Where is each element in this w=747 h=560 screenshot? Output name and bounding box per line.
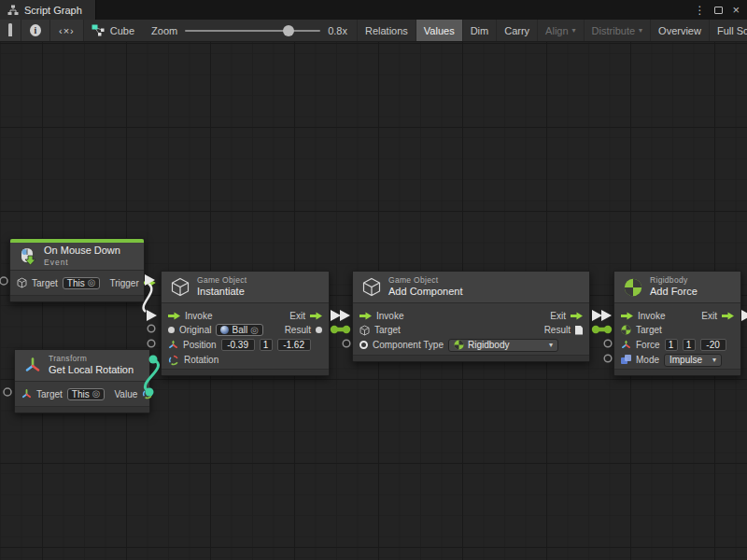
mouse-icon	[20, 247, 36, 265]
cube-icon	[171, 277, 190, 297]
component-type-dropdown[interactable]: Rigidbody ▾	[448, 339, 558, 352]
sphere-icon	[220, 326, 229, 334]
node-category: Transform	[49, 354, 134, 364]
original-object-chip[interactable]: Ball ◎	[216, 324, 262, 336]
force-y-field[interactable]: 1	[683, 339, 696, 351]
rigidbody-icon[interactable]	[621, 325, 631, 335]
lock-icon	[8, 25, 12, 36]
lock-button[interactable]	[0, 20, 21, 41]
script-graph-window: Script Graph ⋮ × i ‹×› Cube Zoom 0.8x	[0, 0, 747, 560]
carry-button[interactable]: Carry	[496, 20, 537, 41]
node-title: On Mouse Down	[44, 245, 120, 258]
overview-button[interactable]: Overview	[650, 20, 709, 41]
object-picker-icon[interactable]: ◎	[88, 278, 96, 287]
rigidbody-icon	[454, 340, 464, 350]
exit-port-icon[interactable]	[571, 312, 583, 320]
port-label-value: Value	[114, 389, 137, 399]
node-add-component[interactable]: Game Object Add Component Invoke Exit Ta…	[352, 271, 590, 362]
chevron-down-icon: ▾	[712, 356, 716, 364]
rigidbody-icon	[624, 278, 642, 297]
exit-port-icon[interactable]	[722, 312, 734, 320]
node-get-local-rotation[interactable]: Transform Get Local Rotation Target This…	[14, 349, 150, 413]
value-connections-toggle[interactable]: ‹×›	[50, 20, 84, 41]
node-title: Add Component	[388, 286, 463, 299]
object-picker-icon[interactable]: ◎	[250, 326, 259, 335]
game-object-icon[interactable]	[359, 325, 370, 336]
rotation-icon[interactable]	[168, 355, 179, 366]
node-title: Get Local Rotation	[49, 364, 134, 377]
rotation-icon[interactable]	[142, 388, 153, 399]
full-screen-button[interactable]: Full Screen	[709, 20, 747, 41]
mode-icon[interactable]	[621, 355, 631, 365]
chevron-down-icon: ▾	[549, 341, 553, 349]
node-title: Add Force	[650, 286, 698, 299]
position-z-field[interactable]: -1.62	[277, 339, 311, 351]
ring-icon[interactable]	[359, 341, 368, 349]
force-x-field[interactable]: 1	[665, 339, 678, 351]
port-label-result: Result	[544, 325, 571, 335]
invoke-port-icon[interactable]	[621, 312, 633, 320]
invoke-port-icon[interactable]	[359, 312, 372, 320]
transform-axes-icon[interactable]	[21, 389, 32, 399]
force-z-field[interactable]: -20	[700, 339, 726, 351]
graph-name-label: Cube	[110, 25, 134, 36]
info-icon: i	[30, 24, 41, 36]
port-label-target: Target	[32, 278, 58, 288]
zoom-label: Zoom	[151, 25, 177, 36]
tab-script-graph[interactable]: Script Graph	[0, 0, 96, 20]
menu-icon[interactable]: ⋮	[694, 5, 705, 16]
port-label-trigger: Trigger	[109, 278, 138, 288]
value-toggle-icon: ‹×›	[59, 25, 75, 36]
position-x-field[interactable]: -0.39	[221, 339, 255, 351]
invoke-port-icon[interactable]	[168, 312, 180, 320]
node-category: Game Object	[197, 275, 247, 286]
graph-reference[interactable]: Cube	[84, 20, 142, 41]
title-bar: Script Graph ⋮ ×	[0, 0, 747, 20]
position-axes-icon[interactable]	[168, 340, 178, 350]
info-button[interactable]: i	[21, 20, 50, 41]
zoom-slider-handle[interactable]	[283, 25, 294, 36]
node-header: Transform Get Local Rotation	[15, 350, 149, 382]
cube-icon	[362, 277, 381, 297]
node-header: Game Object Instantiate	[162, 272, 329, 303]
align-button[interactable]: Align▾	[537, 20, 583, 41]
zoom-slider[interactable]	[185, 30, 320, 32]
close-icon[interactable]: ×	[732, 4, 740, 16]
node-category: Rigidbody	[650, 275, 698, 286]
graph-node-icon	[92, 24, 105, 36]
port-label-position: Position	[183, 340, 217, 350]
relations-button[interactable]: Relations	[357, 20, 416, 41]
maximize-icon[interactable]	[714, 7, 723, 14]
exit-port-icon[interactable]	[310, 312, 322, 320]
target-object-chip[interactable]: This ◎	[63, 277, 101, 289]
node-instantiate[interactable]: Game Object Instantiate Invoke Exit Orig…	[161, 271, 330, 376]
port-label-original: Original	[179, 325, 211, 335]
graph-toolbar: i ‹×› Cube Zoom 0.8x Relations Values Di…	[0, 20, 747, 42]
node-add-force[interactable]: Rigidbody Add Force Invoke Exit Target	[613, 271, 741, 376]
position-y-field[interactable]: 1	[260, 339, 273, 351]
port-label-force: Force	[636, 340, 660, 350]
port-label-target: Target	[36, 389, 63, 399]
result-port-icon[interactable]	[316, 327, 322, 333]
port-label-target: Target	[636, 325, 662, 335]
position-axes-icon[interactable]	[621, 340, 631, 350]
zoom-control: Zoom 0.8x	[142, 20, 357, 41]
values-button[interactable]: Values	[416, 20, 462, 41]
target-object-chip[interactable]: This ◎	[67, 388, 106, 400]
game-object-icon[interactable]	[17, 277, 27, 288]
node-on-mouse-down[interactable]: On Mouse Down Event Target This ◎ Trigge…	[9, 238, 145, 302]
node-header: On Mouse Down Event	[10, 243, 144, 271]
port-label-invoke: Invoke	[376, 311, 403, 321]
object-picker-icon[interactable]: ◎	[92, 389, 101, 399]
original-port-icon[interactable]	[168, 327, 175, 333]
node-subtitle: Event	[44, 258, 120, 268]
zoom-value: 0.8x	[328, 25, 347, 36]
port-label-target: Target	[374, 325, 401, 335]
graph-icon	[7, 5, 19, 16]
chevron-down-icon: ▾	[572, 26, 576, 35]
distribute-button[interactable]: Distribute▾	[584, 20, 650, 41]
document-icon[interactable]	[575, 326, 583, 335]
dim-button[interactable]: Dim	[462, 20, 497, 41]
mode-dropdown[interactable]: Impulse ▾	[664, 354, 722, 367]
port-label-exit: Exit	[701, 311, 717, 321]
